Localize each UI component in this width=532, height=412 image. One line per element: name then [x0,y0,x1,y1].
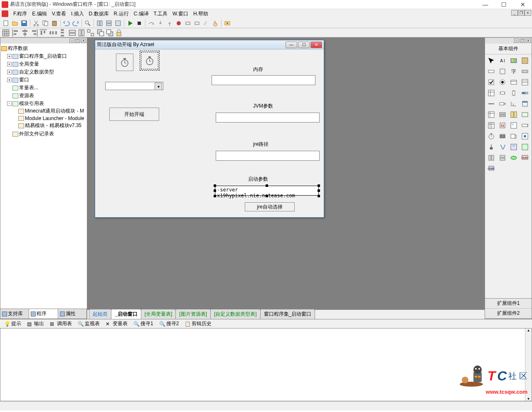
textbox-jre-path[interactable] [216,151,320,161]
palette-component-24[interactable] [487,121,496,130]
palette-component-0[interactable] [487,56,496,65]
distribute-h-button[interactable] [49,29,57,37]
align-center-h-button[interactable] [21,29,29,37]
same-height-button[interactable] [77,29,86,37]
left-tab-program[interactable]: 程序 [29,309,58,319]
tab-custom-types[interactable]: [自定义数据类型表] [210,309,261,319]
designer-maximize-button[interactable]: ☐ [298,42,310,48]
same-size-button[interactable] [86,29,95,37]
designer-minimize-button[interactable]: — [286,42,297,48]
new-file-button[interactable] [2,19,10,27]
right-tab-ext2[interactable]: 扩展组件2 [485,309,532,319]
palette-component-15[interactable] [520,88,530,98]
align-top-button[interactable] [39,29,47,37]
palette-component-12[interactable] [487,88,496,98]
tab-start-window[interactable]: _启动窗口 [111,309,141,319]
palette-component-11[interactable] [520,78,530,87]
right-tab-ext1[interactable]: 扩展组件1 [485,299,532,309]
debug3-button[interactable] [202,19,210,27]
textbox-jvm[interactable] [216,113,320,123]
layout2-button[interactable] [105,19,113,27]
layout3-button[interactable] [114,19,122,27]
palette-component-39[interactable]: ODBC [520,153,530,162]
step-out-button[interactable] [165,19,174,27]
palette-component-3[interactable] [520,56,530,65]
open-file-button[interactable] [11,19,19,27]
send-back-button[interactable] [106,29,114,37]
palette-component-18[interactable] [509,99,518,108]
layout1-button[interactable] [96,19,104,27]
left-panel-pin-button[interactable]: – [69,39,74,43]
menu-program[interactable]: F.程序 [11,10,30,18]
tree-node[interactable]: 精易模块 - 精易模块v7.35 [13,122,86,129]
palette-component-36[interactable] [487,153,496,162]
palette-component-8[interactable] [487,78,496,87]
step-over-button[interactable] [147,19,155,27]
tree-node[interactable]: +窗口程序集_启动窗口 [7,53,86,60]
save-button[interactable] [20,19,28,27]
debug2-button[interactable] [193,19,201,27]
close-button[interactable]: ✕ [513,0,532,9]
menu-tools[interactable]: T.工具 [151,10,170,18]
bottom-tab-watch[interactable]: 🔍监视表 [75,319,102,328]
same-width-button[interactable] [68,29,76,37]
palette-component-28[interactable] [487,132,496,141]
tree-expander[interactable]: - [7,101,12,106]
palette-component-26[interactable] [509,121,518,130]
tree-node[interactable]: +自定义数据类型 [7,69,86,76]
menu-view[interactable]: V.查看 [49,10,69,18]
align-right-button[interactable] [30,29,38,37]
left-tab-properties[interactable]: 属性 [58,309,87,319]
tree-expander[interactable]: + [7,54,12,59]
palette-component-1[interactable]: A I [498,56,507,65]
palette-component-22[interactable] [509,110,518,119]
module-button[interactable] [223,19,232,27]
palette-component-21[interactable] [498,110,507,119]
label-jvm[interactable]: JVM参数 [253,103,273,110]
distribute-v-button[interactable] [58,29,66,37]
palette-component-10[interactable] [509,78,518,87]
palette-component-14[interactable] [509,88,518,98]
menu-help[interactable]: H.帮助 [191,10,211,18]
tab-global-vars[interactable]: [全局变量表] [141,309,176,319]
left-tab-support-lib[interactable]: 支持库 [0,309,29,319]
palette-component-9[interactable] [498,78,507,87]
tree-node[interactable]: 资源表 [7,92,86,99]
mdi-close-button[interactable]: × [525,10,531,16]
jre-auto-button-control[interactable]: jre自动选择 [245,202,295,211]
right-panel-close-button[interactable]: × [526,39,531,43]
stop-button[interactable] [135,19,143,27]
menu-window[interactable]: W.窗口 [170,10,191,18]
palette-component-27[interactable] [520,121,530,130]
bottom-tab-clipboard[interactable]: 📋剪辑历史 [182,319,214,328]
palette-component-16[interactable] [487,99,496,108]
palette-component-4[interactable] [487,67,496,76]
right-panel-dock-button[interactable]: □ [520,39,525,43]
debug1-button[interactable] [184,19,192,27]
mdi-minimize-button[interactable]: _ [511,10,518,16]
timer2-control[interactable] [141,52,158,69]
output-panel[interactable]: T C 社 区 www.tcsqw.com [0,328,532,401]
designer-window[interactable]: 简洁版自动开端 By Azrael — ☐ ✕ 开始开端 内存 [95,40,324,218]
paste-button[interactable] [50,19,59,27]
breakpoint-button[interactable] [175,19,183,27]
tab-window-program-set[interactable]: 窗口程序集_启动窗口 [260,309,315,319]
palette-component-37[interactable] [498,153,507,162]
tree-node[interactable]: Module Launcher - Module [13,115,86,121]
project-tree[interactable]: 程序数据 +窗口程序集_启动窗口+全局变量+自定义数据类型+窗口常量表...资源… [0,44,87,309]
tab-image-resources[interactable]: [图片资源表] [175,309,211,319]
tab-start-page[interactable]: 起始页 [89,309,111,319]
maximize-button[interactable]: ☐ [495,0,513,9]
label-memory[interactable]: 内存 [253,66,263,73]
bottom-tab-hint[interactable]: 💡提示 [2,319,24,328]
palette-component-13[interactable] [498,88,507,98]
tree-expander[interactable]: + [7,70,12,74]
step-into-button[interactable] [156,19,165,27]
palette-component-31[interactable] [520,132,530,141]
find-button[interactable] [84,19,92,27]
combobox-control[interactable] [105,82,163,90]
tree-root[interactable]: 程序数据 [1,44,86,52]
palette-component-25[interactable]: 31 [498,121,507,130]
bottom-tab-search2[interactable]: 🔍搜寻2 [157,319,182,328]
minimize-button[interactable]: — [476,0,495,9]
